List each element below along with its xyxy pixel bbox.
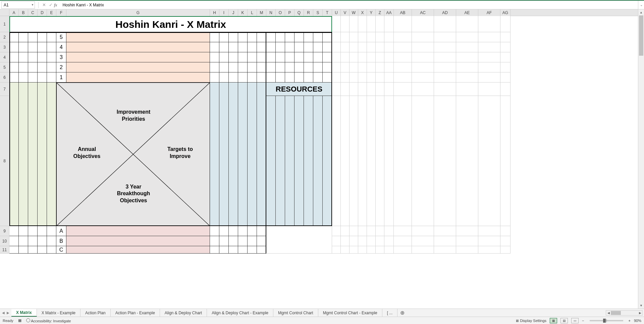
cell-blank[interactable]	[367, 52, 376, 62]
formula-input[interactable]: Hoshin Kanri - X Matrix	[60, 3, 638, 7]
row-header-8[interactable]: 8	[0, 96, 9, 226]
cell-blank[interactable]	[384, 72, 394, 83]
cell-blank[interactable]	[394, 83, 412, 96]
grid-cell-mid[interactable]	[238, 246, 248, 254]
cell-blank[interactable]	[412, 42, 434, 52]
cell-blank[interactable]	[341, 52, 350, 62]
cell-blank[interactable]	[341, 42, 350, 52]
cell-blank[interactable]	[478, 42, 500, 52]
grid-cell-left[interactable]	[19, 32, 28, 42]
cell-blank[interactable]	[412, 16, 434, 32]
col-header-N[interactable]: N	[266, 9, 276, 16]
cell-blank[interactable]	[341, 246, 350, 254]
cell-blank[interactable]	[456, 52, 478, 62]
col-header-T[interactable]: T	[323, 9, 332, 16]
grid-cell-right[interactable]	[285, 72, 294, 83]
grid-cell-mid[interactable]	[238, 32, 248, 42]
grid-cell-left[interactable]	[9, 42, 19, 52]
cell-blank[interactable]	[434, 16, 456, 32]
cell-blank[interactable]	[376, 246, 384, 254]
cell-blank[interactable]	[434, 236, 456, 246]
grid-cell-left[interactable]	[9, 246, 19, 254]
grid-cell-mid[interactable]	[248, 62, 257, 72]
grid-cell-right[interactable]	[276, 42, 285, 52]
grid-cell-mid[interactable]	[238, 62, 248, 72]
cell-blank[interactable]	[412, 96, 434, 226]
cell-blank[interactable]	[500, 96, 511, 226]
grid-cell-left[interactable]	[19, 236, 28, 246]
cell-blank[interactable]	[341, 226, 350, 236]
grid-cell-right[interactable]	[313, 72, 323, 83]
cell-blank[interactable]	[394, 72, 412, 83]
row-header-9[interactable]: 9	[0, 226, 9, 236]
priority-number[interactable]: 1	[56, 72, 66, 83]
row-header-6[interactable]: 6	[0, 72, 9, 83]
col-header-AF[interactable]: AF	[478, 9, 500, 16]
grid-cell-left[interactable]	[38, 62, 47, 72]
cell-blank[interactable]	[332, 226, 341, 236]
cell-blank[interactable]	[478, 32, 500, 42]
resource-col[interactable]	[323, 96, 332, 226]
col-header-V[interactable]: V	[341, 9, 350, 16]
cell-blank[interactable]	[478, 226, 500, 236]
grid-cell-right[interactable]	[276, 72, 285, 83]
col-header-I[interactable]: I	[219, 9, 229, 16]
resource-col[interactable]	[276, 96, 285, 226]
grid-cell-mid[interactable]	[248, 246, 257, 254]
cell-blank[interactable]	[332, 32, 341, 42]
target-col[interactable]	[219, 83, 229, 226]
cancel-icon[interactable]: ✕	[41, 2, 47, 7]
cell-blank[interactable]	[384, 226, 394, 236]
row-header-2[interactable]: 2	[0, 32, 9, 42]
row-header-3[interactable]: 3	[0, 42, 9, 52]
grid-cell-mid[interactable]	[219, 246, 229, 254]
cell-blank[interactable]	[478, 72, 500, 83]
normal-view-button[interactable]: ▦	[550, 318, 557, 323]
grid-cell-left[interactable]	[28, 246, 38, 254]
cell-blank[interactable]	[341, 96, 350, 226]
cell-blank[interactable]	[434, 96, 456, 226]
cell-blank[interactable]	[500, 236, 511, 246]
objective-desc[interactable]	[66, 246, 210, 254]
col-header-Y[interactable]: Y	[367, 9, 376, 16]
col-header-B[interactable]: B	[19, 9, 28, 16]
grid-cell-mid[interactable]	[210, 246, 219, 254]
cell-blank[interactable]	[500, 42, 511, 52]
grid-cell-mid[interactable]	[257, 62, 266, 72]
col-header-R[interactable]: R	[304, 9, 313, 16]
grid-cell-mid[interactable]	[257, 42, 266, 52]
cell-blank[interactable]	[394, 32, 412, 42]
resource-col[interactable]	[285, 96, 294, 226]
grid-cell-left[interactable]	[9, 72, 19, 83]
grid-cell-mid[interactable]	[248, 226, 257, 236]
cell-blank[interactable]	[367, 32, 376, 42]
cell-blank[interactable]	[341, 72, 350, 83]
grid-cell-right[interactable]	[266, 62, 276, 72]
grid-cell-left[interactable]	[28, 226, 38, 236]
grid-cell-mid[interactable]	[229, 42, 238, 52]
cell-blank[interactable]	[434, 246, 456, 254]
grid-cell-right[interactable]	[304, 72, 313, 83]
cell-blank[interactable]	[341, 32, 350, 42]
grid-cell-left[interactable]	[19, 42, 28, 52]
cell-blank[interactable]	[367, 96, 376, 226]
grid-cell-left[interactable]	[9, 62, 19, 72]
cell-blank[interactable]	[332, 72, 341, 83]
cell-blank[interactable]	[358, 226, 367, 236]
resource-col[interactable]	[294, 96, 304, 226]
cell-blank[interactable]	[367, 246, 376, 254]
grid-cell-right[interactable]	[294, 42, 304, 52]
zoom-out-button[interactable]: −	[582, 319, 584, 323]
target-col[interactable]	[257, 83, 266, 226]
grid-cell-mid[interactable]	[238, 226, 248, 236]
cell-blank[interactable]	[384, 62, 394, 72]
blank-area[interactable]	[266, 226, 332, 254]
cell-blank[interactable]	[358, 62, 367, 72]
cell-blank[interactable]	[456, 62, 478, 72]
cell-blank[interactable]	[376, 52, 384, 62]
grid-cell-left[interactable]	[19, 246, 28, 254]
grid-cell-left[interactable]	[38, 226, 47, 236]
cell-blank[interactable]	[434, 72, 456, 83]
cell-blank[interactable]	[434, 83, 456, 96]
grid-cell-left[interactable]	[47, 62, 56, 72]
